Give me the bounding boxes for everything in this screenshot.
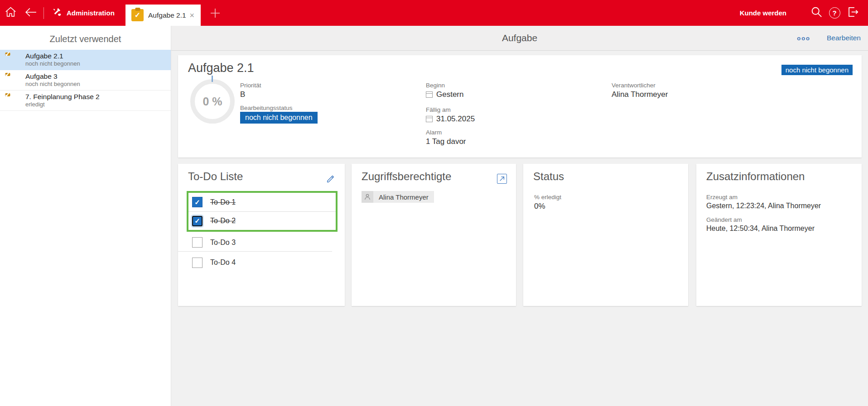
priority-value: B	[240, 90, 245, 99]
page-header: Aufgabe ooo Bearbeiten	[171, 26, 868, 51]
back-button[interactable]	[21, 0, 41, 26]
sidebar-recently-used: Zuletzt verwendet ✓ Aufgabe 2.1 noch nic…	[0, 26, 171, 406]
tools-icon	[52, 7, 62, 19]
todo-label-1: To-Do 1	[210, 198, 236, 206]
created-value: Gestern, 12:23:24, Alina Thormeyer	[706, 202, 821, 210]
todo-label-2: To-Do 2	[210, 217, 236, 225]
task-clipboard-icon: ✓	[8, 54, 19, 66]
tab-administration[interactable]: Administration	[48, 0, 119, 26]
active-tab-title: Aufgabe 2.1	[148, 11, 186, 19]
todo-item-2[interactable]: ✓ To-Do 2	[188, 211, 336, 230]
progress-ring-tick	[212, 76, 213, 82]
percent-done-label: % erledigt	[534, 194, 561, 201]
todo-label-4: To-Do 4	[210, 258, 236, 267]
todo-card-title: To-Do Liste	[188, 170, 243, 183]
tab-aufgabe-2-1[interactable]: ✓ Aufgabe 2.1 ×	[125, 5, 201, 26]
task-clipboard-icon: ✓	[8, 95, 19, 106]
status-card: Status % erledigt 0%	[523, 164, 688, 306]
begin-value-row: Gestern	[426, 90, 463, 99]
page-title: Aufgabe	[171, 33, 868, 43]
pencil-icon[interactable]	[326, 174, 336, 184]
become-customer-link[interactable]: Kunde werden	[740, 9, 786, 17]
sidebar-item-aufgabe-2-1[interactable]: ✓ Aufgabe 2.1 noch nicht begonnen	[0, 50, 171, 70]
begin-label: Beginn	[426, 82, 445, 89]
calendar-icon	[426, 116, 433, 122]
due-label: Fällig am	[426, 106, 451, 113]
sidebar-item-feinplanung[interactable]: ✓ 7. Feinplanung Phase 2 erledigt	[0, 91, 171, 111]
access-card-title: Zugriffsberechtigte	[362, 170, 451, 183]
percent-done-value: 0%	[534, 202, 545, 211]
sidebar-item-status: noch nicht begonnen	[25, 60, 80, 67]
top-bar: Administration ✓ Aufgabe 2.1 × Kunde wer…	[0, 0, 868, 26]
progress-ring: 0 %	[190, 79, 235, 124]
todo-checkbox-2[interactable]: ✓	[192, 216, 203, 226]
responsible-label: Verantwortlicher	[612, 82, 656, 89]
status-card-title: Status	[533, 170, 564, 183]
due-value: 31.05.2025	[436, 115, 475, 124]
sidebar-item-aufgabe-3[interactable]: ✓ Aufgabe 3 noch nicht begonnen	[0, 70, 171, 91]
administration-tab-label: Administration	[67, 9, 115, 17]
sidebar-list: ✓ Aufgabe 2.1 noch nicht begonnen ✓ Aufg…	[0, 50, 171, 111]
logout-button[interactable]	[844, 0, 862, 26]
tab-close-icon[interactable]: ×	[188, 10, 196, 20]
created-label: Erzeugt am	[706, 194, 738, 201]
calendar-icon	[426, 91, 433, 98]
todo-list-card: To-Do Liste ✓ To-Do 1 ✓ To-Do 2 To-Do 3	[178, 164, 345, 306]
sidebar-item-status: erledigt	[25, 101, 100, 108]
additional-info-card: Zusatzinformationen Erzeugt am Gestern, …	[696, 164, 862, 306]
info-card-title: Zusatzinformationen	[706, 170, 805, 183]
app-window: Administration ✓ Aufgabe 2.1 × Kunde wer…	[0, 0, 868, 406]
content-area: Aufgabe 2.1 0 % Priorität B Bearbeitungs…	[171, 51, 868, 406]
alarm-value: 1 Tag davor	[426, 137, 466, 146]
open-in-new-icon[interactable]	[497, 174, 507, 184]
responsible-value: Alina Thormeyer	[612, 90, 668, 99]
priority-label: Priorität	[240, 82, 261, 89]
topbar-right-group: Kunde werden ?	[740, 0, 862, 26]
todo-item-3[interactable]: To-Do 3	[178, 234, 332, 252]
sidebar-item-status: noch nicht begonnen	[25, 81, 80, 88]
search-button[interactable]	[807, 0, 825, 26]
task-status-badge: noch nicht begonnen	[781, 65, 853, 75]
home-button[interactable]	[0, 0, 21, 26]
due-value-row: 31.05.2025	[426, 115, 475, 124]
search-icon	[810, 6, 823, 20]
home-icon	[5, 6, 17, 20]
begin-value: Gestern	[436, 90, 463, 99]
person-icon	[362, 191, 373, 203]
todo-item-1[interactable]: ✓ To-Do 1	[188, 193, 336, 211]
task-clipboard-icon: ✓	[8, 74, 19, 86]
sidebar-item-title: 7. Feinplanung Phase 2	[25, 93, 100, 101]
modified-label: Geändert am	[706, 216, 742, 223]
topbar-divider	[43, 7, 44, 19]
editstatus-label: Bearbeitungsstatus	[240, 105, 293, 111]
task-overview-card: Aufgabe 2.1 0 % Priorität B Bearbeitungs…	[178, 55, 862, 158]
edit-link[interactable]: Bearbeiten	[827, 34, 861, 42]
access-card: Zugriffsberechtigte Alina Thormeyer	[352, 164, 516, 306]
help-button[interactable]: ?	[825, 0, 844, 26]
todo-label-3: To-Do 3	[210, 239, 236, 247]
todo-item-4[interactable]: To-Do 4	[178, 253, 332, 272]
logout-icon	[847, 6, 859, 20]
person-chip[interactable]: Alina Thormeyer	[362, 191, 434, 203]
alarm-label: Alarm	[426, 129, 442, 136]
back-arrow-icon	[24, 6, 38, 20]
modified-value: Heute, 12:50:34, Alina Thormeyer	[706, 224, 815, 233]
todo-checkbox-4[interactable]	[192, 258, 203, 268]
help-icon: ?	[829, 7, 840, 19]
sidebar-item-title: Aufgabe 3	[25, 72, 80, 81]
progress-value: 0 %	[203, 95, 222, 108]
person-name: Alina Thormeyer	[373, 191, 434, 203]
sidebar-item-title: Aufgabe 2.1	[25, 52, 80, 61]
todo-checkbox-3[interactable]	[192, 237, 203, 248]
editstatus-badge: noch nicht begonnen	[240, 112, 318, 124]
new-tab-button[interactable]	[205, 0, 226, 26]
more-actions-button[interactable]: ooo	[797, 35, 810, 42]
sidebar-title: Zuletzt verwendet	[0, 34, 171, 44]
task-clipboard-icon: ✓	[131, 9, 144, 21]
todo-highlight-box: ✓ To-Do 1 ✓ To-Do 2	[187, 191, 338, 232]
todo-checkbox-1[interactable]: ✓	[192, 197, 203, 207]
task-title: Aufgabe 2.1	[188, 61, 254, 75]
